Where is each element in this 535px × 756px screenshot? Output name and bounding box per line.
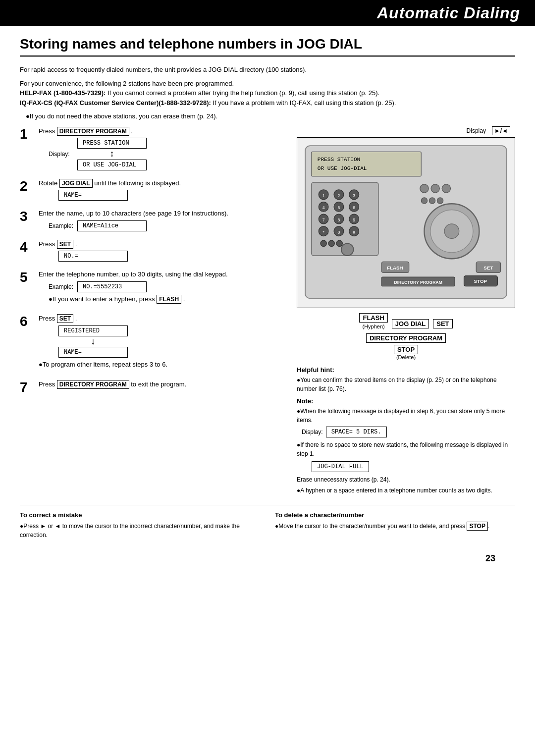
step-3: 3 Enter the name, up to 10 characters (s…	[20, 209, 287, 233]
step-1-number: 1	[20, 126, 34, 141]
step-3-example-box: NAME=Alice	[77, 220, 147, 231]
step-1-display-box2: OR USE JOG-DIAL	[77, 160, 147, 170]
svg-text:1: 1	[322, 193, 325, 198]
step-1-display-stack: PRESS STATION ↕ OR USE JOG-DIAL	[77, 138, 147, 170]
jog-dial-key-step2: JOG DIAL	[59, 179, 93, 188]
to-correct-title: To correct a mistake	[20, 511, 260, 519]
step-4-display-box: NO.=	[58, 251, 128, 262]
note-display-value1: SPACE= 5 DIRS.	[326, 427, 387, 437]
to-delete-text: ●Move the cursor to the character/number…	[275, 522, 515, 531]
step-5-example-row: Example: NO.=5552233	[49, 281, 287, 292]
step-6-arrow: ↓	[58, 336, 128, 347]
svg-point-31	[336, 240, 342, 246]
svg-text:STOP: STOP	[474, 278, 487, 284]
step-4: 4 Press SET . NO.=	[20, 239, 287, 264]
step-1-display-row: Display: PRESS STATION ↕ OR USE JOG-DIAL	[49, 138, 287, 170]
svg-text:OR USE JOG-DIAL: OR USE JOG-DIAL	[318, 165, 367, 171]
step-1-display-box1: PRESS STATION	[77, 138, 147, 149]
step-5: 5 Enter the telephone number, up to 30 d…	[20, 270, 287, 308]
step-6-display-row: REGISTERED ↓ NAME=	[49, 325, 287, 358]
step-6-number: 6	[20, 314, 34, 328]
step-5-number: 5	[20, 270, 34, 284]
step-5-example-box: NO.=5552233	[77, 281, 147, 292]
dir-prog-label-row: DIRECTORY PROGRAM	[297, 331, 515, 343]
device-diagram-container: Display ►/◄ PRESS STATION OR USE JOG-DIA…	[297, 126, 515, 360]
svg-point-39	[421, 197, 427, 203]
step-6-content: Press SET . REGISTERED ↓ NAME= ●To progr…	[39, 314, 287, 374]
note-section: Note: ●When the following message is dis…	[297, 397, 515, 495]
help-fax-text: If you cannot correct a problem after tr…	[106, 89, 379, 97]
iq-fax-text: If you have a problem with IQ-FAX, call …	[211, 99, 396, 107]
step-1-content: Press DIRECTORY PROGRAM . Display: PRESS…	[39, 126, 287, 172]
svg-text:2: 2	[338, 193, 340, 198]
set-key-step4: SET	[57, 240, 73, 249]
to-delete-col: To delete a character/number ●Move the c…	[275, 511, 515, 541]
svg-rect-1	[311, 152, 421, 176]
diagram-nav-keys: ►/◄	[492, 126, 510, 135]
bottom-section: To correct a mistake ●Press ► or ◄ to mo…	[20, 505, 515, 541]
step-2-display-row: NAME=	[49, 190, 287, 201]
svg-text:8: 8	[338, 217, 340, 222]
svg-point-32	[341, 243, 354, 256]
jog-dial-key-label: JOG DIAL	[392, 319, 429, 329]
step-1-text: Press DIRECTORY PROGRAM .	[39, 126, 287, 136]
svg-text:6: 6	[353, 205, 355, 210]
step-4-number: 4	[20, 239, 34, 254]
page-header: Automatic Dialing	[0, 0, 535, 26]
step-5-bullet: ●If you want to enter a hyphen, press FL…	[49, 294, 287, 304]
helpful-hint-title: Helpful hint:	[297, 366, 515, 374]
svg-point-36	[420, 184, 428, 192]
step-3-example-label: Example:	[49, 222, 73, 229]
svg-point-37	[431, 184, 439, 192]
svg-text:0: 0	[338, 229, 340, 234]
device-diagram: PRESS STATION OR USE JOG-DIAL 1 2 3	[297, 137, 515, 308]
two-col-layout: 1 Press DIRECTORY PROGRAM . Display: PRE…	[20, 126, 515, 497]
flash-key-step5: FLASH	[157, 295, 181, 304]
step-7-text: Press DIRECTORY PROGRAM to exit the prog…	[39, 379, 287, 389]
note-bullet2: ●If there is no space to store new stati…	[297, 440, 515, 458]
stop-sub-label: (Delete)	[297, 354, 515, 360]
svg-text:3: 3	[353, 193, 355, 198]
step-6-display-box1: REGISTERED	[58, 325, 128, 336]
diagram-key-labels: FLASH (Hyphen) JOG DIAL SET	[297, 313, 515, 329]
svg-text:9: 9	[353, 217, 355, 222]
stop-label-row: STOP (Delete)	[297, 345, 515, 360]
note-bullet3: Erase unnecessary stations (p. 24).	[297, 475, 515, 484]
svg-text:FLASH: FLASH	[387, 265, 403, 270]
device-svg: PRESS STATION OR USE JOG-DIAL 1 2 3	[302, 143, 510, 301]
step-2-content: Rotate JOG DIAL until the following is d…	[39, 178, 287, 203]
svg-text:7: 7	[322, 217, 325, 222]
step-7: 7 Press DIRECTORY PROGRAM to exit the pr…	[20, 379, 287, 394]
note-title: Note:	[297, 397, 515, 405]
intro-bullet1: ●If you do not need the above stations, …	[26, 111, 515, 121]
to-delete-title: To delete a character/number	[275, 511, 515, 519]
step-5-example-label: Example:	[49, 283, 73, 290]
step-3-number: 3	[20, 209, 34, 223]
svg-text:#: #	[353, 229, 355, 234]
step-1-arrow: ↕	[77, 149, 147, 160]
main-content: Storing names and telephone numbers in J…	[0, 26, 535, 556]
svg-point-29	[321, 240, 326, 246]
svg-text:SET: SET	[483, 265, 493, 270]
svg-text:PRESS STATION: PRESS STATION	[318, 156, 360, 162]
step-5-text: Enter the telephone number, up to 30 dig…	[39, 270, 287, 279]
svg-point-40	[429, 197, 435, 203]
step-5-content: Enter the telephone number, up to 30 dig…	[39, 270, 287, 308]
step-2-display-box: NAME=	[58, 190, 128, 201]
section-heading: Storing names and telephone numbers in J…	[20, 36, 515, 57]
note-bullet4: ●A hyphen or a space entered in a teleph…	[297, 486, 515, 495]
page-number: 23	[0, 553, 495, 564]
step-6-display-stack: REGISTERED ↓ NAME=	[58, 325, 128, 358]
step-7-content: Press DIRECTORY PROGRAM to exit the prog…	[39, 379, 287, 391]
intro-p1: For rapid access to frequently dialed nu…	[20, 65, 515, 75]
svg-point-35	[444, 223, 459, 238]
helpful-hint-section: Helpful hint: ●You can confirm the store…	[297, 366, 515, 393]
set-key-step6: SET	[57, 314, 73, 323]
note-display-label: Display:	[302, 429, 323, 435]
step-3-content: Enter the name, up to 10 characters (see…	[39, 209, 287, 233]
to-correct-text: ●Press ► or ◄ to move the cursor to the …	[20, 522, 260, 540]
svg-text:4: 4	[322, 205, 325, 210]
step-6-bullet: ●To program other items, repeat steps 3 …	[39, 360, 287, 370]
step-2-number: 2	[20, 178, 34, 193]
note-display-value2: JOG-DIAL FULL	[312, 461, 369, 472]
